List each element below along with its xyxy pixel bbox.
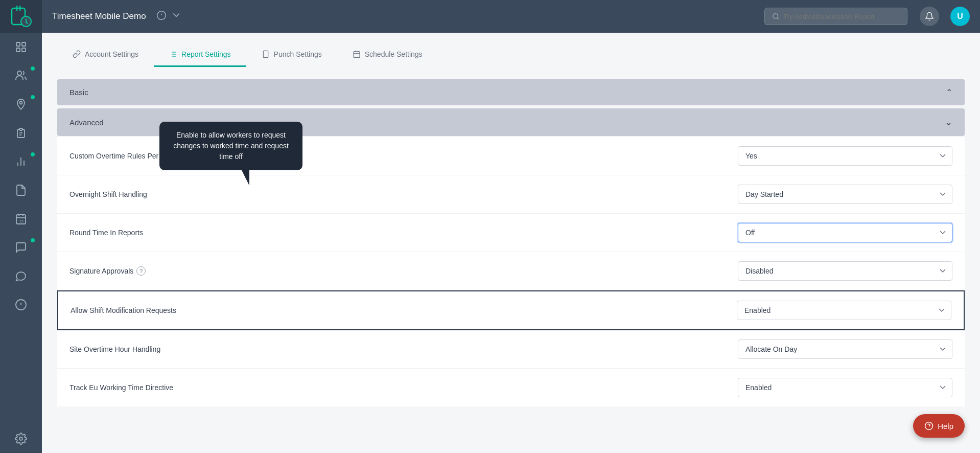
track-eu-control: Enabled Disabled <box>738 378 952 397</box>
custom-overtime-select[interactable]: Yes No <box>738 146 952 166</box>
basic-section-header[interactable]: Basic <box>57 79 965 105</box>
app-logo[interactable] <box>0 0 42 33</box>
help-button[interactable]: Help <box>913 414 965 438</box>
sidebar-item-settings[interactable] <box>0 424 42 453</box>
svg-rect-33 <box>263 51 268 57</box>
search-icon <box>772 12 780 20</box>
svg-line-26 <box>777 18 779 19</box>
account-settings-icon <box>73 50 81 58</box>
sidebar-item-dashboard[interactable] <box>0 33 42 61</box>
notification-icon[interactable] <box>156 10 167 22</box>
users-dot <box>31 66 35 71</box>
sidebar-item-messages[interactable] <box>0 233 42 262</box>
custom-overtime-row: Custom Overtime Rules Per Employee ? Yes… <box>57 137 965 175</box>
svg-text:15: 15 <box>19 219 24 223</box>
signature-approvals-row: Signature Approvals ? Disabled Enabled <box>57 252 965 290</box>
search-bar[interactable] <box>764 8 907 25</box>
site-overtime-select[interactable]: Allocate On Day Day Started <box>738 339 952 359</box>
tab-account[interactable]: Account Settings <box>57 43 154 67</box>
allow-shift-mod-select[interactable]: Enabled Disabled <box>737 301 951 320</box>
svg-rect-2 <box>16 42 20 46</box>
svg-rect-5 <box>22 48 26 52</box>
sidebar-item-users[interactable] <box>0 61 42 90</box>
custom-overtime-info-icon[interactable]: ? <box>195 151 204 161</box>
app-name: Timesheet Mobile Demo <box>52 11 146 21</box>
track-eu-select[interactable]: Enabled Disabled <box>738 378 952 397</box>
sidebar-item-info[interactable] <box>0 290 42 319</box>
settings-section: Custom Overtime Rules Per Employee ? Yes… <box>57 137 965 406</box>
svg-point-25 <box>773 14 778 19</box>
site-overtime-label: Site Overtime Hour Handling <box>69 345 738 353</box>
sidebar-item-reports[interactable] <box>0 119 42 147</box>
svg-point-7 <box>20 102 22 104</box>
main-container: Timesheet Mobile Demo U Account Settings <box>42 0 980 453</box>
round-time-select[interactable]: Off On <box>738 223 952 242</box>
track-eu-label: Track Eu Working Time Directive <box>69 383 738 392</box>
allow-shift-mod-label: Allow Shift Modification Requests <box>71 306 737 314</box>
help-icon <box>924 421 934 431</box>
svg-rect-4 <box>16 48 20 52</box>
custom-overtime-label: Custom Overtime Rules Per Employee ? <box>69 151 738 161</box>
advanced-chevron-icon <box>945 117 952 128</box>
schedule-settings-icon <box>353 50 361 58</box>
signature-approvals-label: Signature Approvals ? <box>69 266 738 276</box>
round-time-label: Round Time In Reports <box>69 229 738 237</box>
site-overtime-control: Allocate On Day Day Started <box>738 339 952 359</box>
user-avatar[interactable]: U <box>950 7 970 26</box>
svg-rect-3 <box>22 42 26 46</box>
overnight-shift-select[interactable]: Day Started Allocate On Day <box>738 185 952 204</box>
round-time-control: Off On <box>738 223 952 242</box>
svg-rect-35 <box>354 52 360 58</box>
svg-point-21 <box>19 437 22 440</box>
svg-point-6 <box>17 71 21 75</box>
report-settings-icon <box>169 50 177 58</box>
tab-schedule[interactable]: Schedule Settings <box>337 43 438 67</box>
site-overtime-row: Site Overtime Hour Handling Allocate On … <box>57 330 965 369</box>
content-area: Account Settings Report Settings Punch S… <box>42 33 980 453</box>
tab-punch[interactable]: Punch Settings <box>246 43 337 67</box>
signature-approvals-info-icon[interactable]: ? <box>136 266 146 276</box>
basic-chevron-icon <box>946 87 952 97</box>
sidebar-item-locations[interactable] <box>0 90 42 119</box>
custom-overtime-control: Yes No <box>738 146 952 166</box>
tab-report[interactable]: Report Settings <box>154 43 246 67</box>
locations-dot <box>31 95 35 99</box>
topbar: Timesheet Mobile Demo U <box>42 0 980 33</box>
sidebar-item-analytics[interactable] <box>0 147 42 176</box>
bell-button[interactable] <box>920 7 939 26</box>
tabs-bar: Account Settings Report Settings Punch S… <box>57 43 965 67</box>
signature-approvals-control: Disabled Enabled <box>738 261 952 281</box>
punch-settings-icon <box>262 50 270 58</box>
track-eu-row: Track Eu Working Time Directive Enabled … <box>57 369 965 406</box>
sidebar-item-chat[interactable] <box>0 262 42 290</box>
search-input[interactable] <box>784 13 900 20</box>
overnight-shift-label: Overnight Shift Handling <box>69 190 738 198</box>
allow-shift-mod-control: Enabled Disabled <box>737 301 951 320</box>
round-time-row: Round Time In Reports Off On <box>57 214 965 252</box>
analytics-dot <box>31 152 35 156</box>
sidebar-item-calendar[interactable]: 15 <box>0 205 42 233</box>
advanced-section-header[interactable]: Advanced <box>57 108 965 136</box>
overnight-shift-control: Day Started Allocate On Day <box>738 185 952 204</box>
messages-dot <box>31 238 35 242</box>
overnight-shift-row: Overnight Shift Handling Day Started All… <box>57 175 965 214</box>
dropdown-chevron-icon[interactable] <box>173 12 180 21</box>
sidebar: 15 <box>0 0 42 453</box>
sidebar-item-documents[interactable] <box>0 176 42 205</box>
signature-approvals-select[interactable]: Disabled Enabled <box>738 261 952 281</box>
allow-shift-mod-row: Allow Shift Modification Requests Enable… <box>57 290 965 330</box>
